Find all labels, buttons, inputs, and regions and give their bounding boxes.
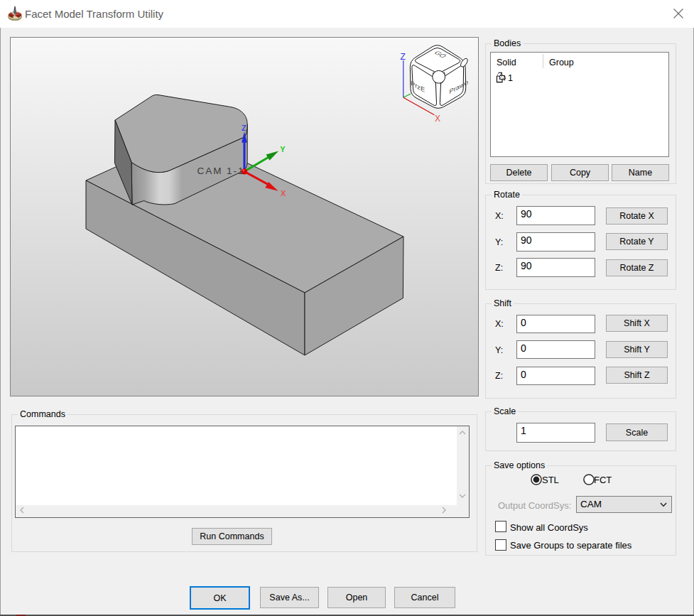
svg-text:X: X [435,114,440,124]
svg-text:Z: Z [401,52,406,62]
svg-text:Z: Z [242,124,246,132]
svg-text:Y: Y [280,145,286,153]
svg-text:X: X [281,189,286,198]
